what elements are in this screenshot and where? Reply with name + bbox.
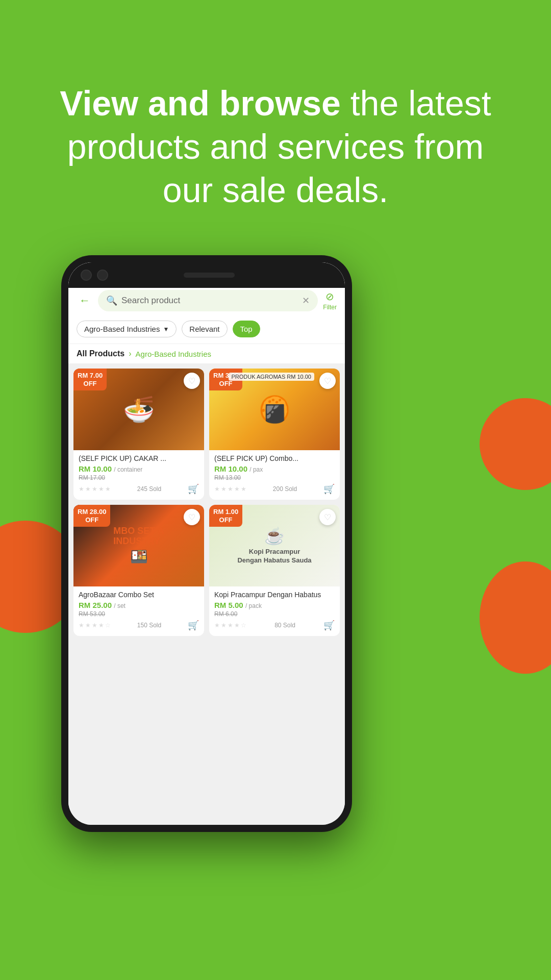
chip-agro-label: Agro-Based Industries — [84, 325, 160, 333]
bg-circle-right2 — [480, 561, 551, 674]
bg-circle-right — [480, 398, 551, 490]
product-footer-3: ★ ★ ★ ★ ☆ 150 Sold 🛒 — [79, 620, 199, 631]
product-footer-1: ★ ★ ★ ★ ★ 245 Sold 🛒 — [79, 483, 199, 495]
product-name-1: (SELF PICK UP) CAKAR ... — [79, 454, 199, 462]
chip-agro[interactable]: Agro-Based Industries ▼ — [77, 321, 177, 337]
hero-section: View and browse the latest products and … — [0, 82, 551, 212]
product-unit-3: / set — [114, 602, 126, 609]
product-info-1: (SELF PICK UP) CAKAR ... RM 10.00 / cont… — [73, 450, 204, 500]
chip-agro-arrow: ▼ — [163, 326, 169, 333]
wishlist-button-4[interactable]: ♡ — [319, 509, 336, 525]
filter-chips: Agro-Based Industries ▼ Relevant Top — [68, 316, 345, 344]
product-original-price-4: RM 6.00 — [214, 610, 335, 618]
search-box[interactable]: 🔍 Search product ✕ — [98, 290, 318, 311]
product-card-2[interactable]: 🍘 RM 3.00OFF ♡ PRODUK AGROMAS RM 10.00 (… — [209, 369, 340, 500]
breadcrumb: All Products › Agro-Based Industries — [68, 344, 345, 363]
chip-top-label: Top — [240, 325, 253, 333]
wishlist-button-1[interactable]: ♡ — [184, 373, 200, 389]
wishlist-button-3[interactable]: ♡ — [184, 509, 200, 525]
back-icon: ← — [79, 294, 90, 307]
product-price-2: RM 10.00 / pax — [214, 464, 335, 473]
phone-mockup: 12:50 ⚙ LTE ▲ ▉ ← 🔍 Search product ✕ — [61, 255, 357, 980]
chip-relevant[interactable]: Relevant — [182, 321, 227, 337]
search-clear-icon[interactable]: ✕ — [302, 295, 310, 306]
product-info-2: (SELF PICK UP) Combo... RM 10.00 / pax R… — [209, 450, 340, 500]
product-price-4: RM 5.00 / pack — [214, 601, 335, 609]
search-area: ← 🔍 Search product ✕ ⊘ Filter — [68, 285, 345, 316]
product-unit-2: / pax — [249, 466, 263, 473]
search-placeholder: Search product — [121, 296, 298, 306]
product-price-3: RM 25.00 / set — [79, 601, 199, 609]
camera-lens-1 — [81, 270, 92, 281]
search-icon: 🔍 — [106, 295, 117, 306]
back-button[interactable]: ← — [77, 292, 93, 309]
product-unit-4: / pack — [245, 602, 262, 609]
chip-relevant-label: Relevant — [189, 325, 219, 333]
product-info-3: AgroBazaar Combo Set RM 25.00 / set RM 5… — [73, 586, 204, 636]
product-name-2: (SELF PICK UP) Combo... — [214, 454, 335, 462]
product-label-2: PRODUK AGROMAS RM 10.00 — [229, 373, 315, 381]
product-image-wrap-1: 🍜 RM 7.00OFF ♡ — [73, 369, 204, 450]
stars-2: ★ ★ ★ ★ ★ — [214, 485, 246, 493]
product-info-4: Kopi Pracampur Dengan Habatus RM 5.00 / … — [209, 586, 340, 636]
discount-badge-4: RM 1.00OFF — [209, 505, 242, 527]
sold-count-3: 150 Sold — [137, 622, 161, 629]
product-name-3: AgroBazaar Combo Set — [79, 591, 199, 599]
phone-screen: 12:50 ⚙ LTE ▲ ▉ ← 🔍 Search product ✕ — [68, 262, 345, 825]
breadcrumb-arrow: › — [129, 349, 131, 358]
sold-count-2: 200 Sold — [273, 485, 297, 493]
stars-1: ★ ★ ★ ★ ★ — [79, 485, 111, 493]
product-price-1: RM 10.00 / container — [79, 464, 199, 473]
heart-icon-2: ♡ — [324, 376, 331, 386]
product-original-price-3: RM 53.00 — [79, 610, 199, 618]
product-footer-2: ★ ★ ★ ★ ★ 200 Sold 🛒 — [214, 483, 335, 495]
filter-icon: ⊘ — [325, 290, 334, 303]
phone-notch — [68, 262, 345, 288]
product-card-1[interactable]: 🍜 RM 7.00OFF ♡ (SELF PICK UP) CAKAR ... … — [73, 369, 204, 500]
product-footer-4: ★ ★ ★ ★ ☆ 80 Sold 🛒 — [214, 620, 335, 631]
speaker — [184, 273, 235, 278]
heart-icon-1: ♡ — [188, 376, 195, 386]
wishlist-button-2[interactable]: ♡ — [319, 373, 336, 389]
product-card-3[interactable]: MBO SET AINDUSTRY 🍱 RM 28.00OFF ♡ AgroBa… — [73, 505, 204, 636]
discount-badge-3: RM 28.00OFF — [73, 505, 110, 527]
camera-group — [81, 270, 108, 281]
stars-3: ★ ★ ★ ★ ☆ — [79, 622, 111, 629]
chip-top[interactable]: Top — [233, 321, 260, 337]
camera-lens-2 — [97, 270, 108, 281]
product-name-4: Kopi Pracampur Dengan Habatus — [214, 591, 335, 599]
hero-bold-text: View and browse — [60, 84, 340, 122]
filter-label: Filter — [323, 304, 337, 311]
filter-button[interactable]: ⊘ Filter — [323, 290, 337, 311]
discount-badge-1: RM 7.00OFF — [73, 369, 107, 390]
product-original-price-1: RM 17.00 — [79, 474, 199, 481]
sold-count-4: 80 Sold — [274, 622, 295, 629]
products-grid: 🍜 RM 7.00OFF ♡ (SELF PICK UP) CAKAR ... … — [73, 369, 340, 636]
cart-icon-2[interactable]: 🛒 — [323, 483, 335, 495]
heart-icon-4: ♡ — [324, 512, 331, 522]
sold-count-1: 245 Sold — [137, 485, 161, 493]
breadcrumb-current: Agro-Based Industries — [136, 350, 211, 358]
products-scroll[interactable]: 🍜 RM 7.00OFF ♡ (SELF PICK UP) CAKAR ... … — [68, 363, 345, 825]
product-image-wrap-4: ☕ Kopi PracampurDengan Habatus Sauda RM … — [209, 505, 340, 586]
cart-icon-1[interactable]: 🛒 — [188, 483, 199, 495]
phone-outer: 12:50 ⚙ LTE ▲ ▉ ← 🔍 Search product ✕ — [61, 255, 352, 832]
heart-icon-3: ♡ — [188, 512, 195, 522]
product-original-price-2: RM 13.00 — [214, 474, 335, 481]
stars-4: ★ ★ ★ ★ ☆ — [214, 622, 246, 629]
product-image-wrap-2: 🍘 RM 3.00OFF ♡ PRODUK AGROMAS RM 10.00 — [209, 369, 340, 450]
cart-icon-3[interactable]: 🛒 — [188, 620, 199, 631]
product-unit-1: / container — [114, 466, 142, 473]
product-card-4[interactable]: ☕ Kopi PracampurDengan Habatus Sauda RM … — [209, 505, 340, 636]
cart-icon-4[interactable]: 🛒 — [323, 620, 335, 631]
breadcrumb-all[interactable]: All Products — [77, 349, 124, 358]
product-image-wrap-3: MBO SET AINDUSTRY 🍱 RM 28.00OFF ♡ — [73, 505, 204, 586]
